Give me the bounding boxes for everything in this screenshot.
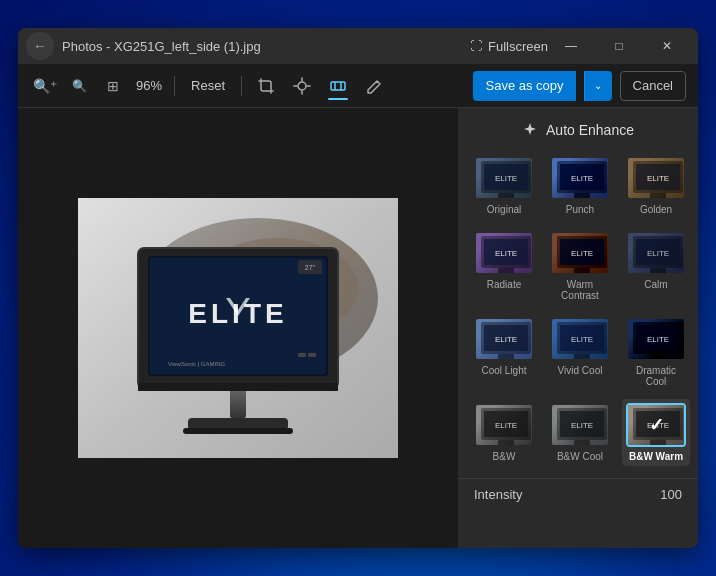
filter-label-cool-light: Cool Light xyxy=(481,365,526,376)
filter-label-golden: Golden xyxy=(640,204,672,215)
filter-label-original: Original xyxy=(487,204,521,215)
svg-text:ELITE: ELITE xyxy=(647,335,669,344)
filter-item-bw[interactable]: ELITE B&W xyxy=(470,399,538,466)
adjust-button[interactable] xyxy=(286,70,318,102)
close-button[interactable]: ✕ xyxy=(644,28,690,64)
svg-text:ELITE: ELITE xyxy=(495,174,517,183)
reset-button[interactable]: Reset xyxy=(183,74,233,97)
zoom-out-button[interactable]: 🔍 xyxy=(64,71,94,101)
maximize-icon: □ xyxy=(615,39,622,53)
zoom-out-icon: 🔍 xyxy=(72,79,87,93)
filter-item-vivid-cool[interactable]: ELITE Vivid Cool xyxy=(546,313,614,391)
filter-thumb-inner-vivid-cool: ELITE xyxy=(552,319,608,359)
toolbar-left: 🔍⁺ 🔍 ⊞ 96% Reset xyxy=(30,70,465,102)
svg-text:ViewSonic | GAMING: ViewSonic | GAMING xyxy=(168,361,225,367)
svg-rect-5 xyxy=(331,82,345,90)
back-button[interactable]: ← xyxy=(26,32,54,60)
content-area: ELITE ViewSonic | GAMING 27" xyxy=(18,108,698,548)
filter-item-warm-contrast[interactable]: ELITE Warm Contrast xyxy=(546,227,614,305)
toolbar-right: Save as copy ⌄ Cancel xyxy=(473,71,686,101)
filter-thumb-original: ELITE xyxy=(474,156,534,200)
filter-label-warm-contrast: Warm Contrast xyxy=(550,279,610,301)
back-icon: ← xyxy=(33,38,47,54)
save-copy-dropdown-button[interactable]: ⌄ xyxy=(584,71,612,101)
filters-grid: ELITE Original ELITE Punch ELITE Golden … xyxy=(458,148,698,478)
save-as-copy-button[interactable]: Save as copy xyxy=(473,71,575,101)
svg-text:27": 27" xyxy=(305,264,316,271)
svg-text:ELITE: ELITE xyxy=(495,421,517,430)
filter-label-bw: B&W xyxy=(493,451,516,462)
auto-enhance-icon xyxy=(522,122,538,138)
svg-text:ELITE: ELITE xyxy=(495,249,517,258)
svg-text:ELITE: ELITE xyxy=(571,174,593,183)
toolbar-divider-2 xyxy=(241,76,242,96)
filter-label-dramatic-cool: Dramatic Cool xyxy=(626,365,686,387)
filter-label-calm: Calm xyxy=(644,279,667,290)
svg-rect-56 xyxy=(574,354,590,360)
intensity-value: 100 xyxy=(660,487,682,502)
filter-check-icon: ✓ xyxy=(649,414,664,436)
svg-rect-48 xyxy=(650,268,666,274)
svg-rect-19 xyxy=(230,388,246,418)
cancel-button[interactable]: Cancel xyxy=(620,71,686,101)
intensity-row: Intensity 100 xyxy=(458,478,698,514)
svg-text:ELITE: ELITE xyxy=(495,335,517,344)
title-bar: ← Photos - XG251G_left_side (1).jpg ⛶ Fu… xyxy=(18,28,698,64)
filter-thumb-bw-warm: ELITE ✓ xyxy=(626,403,686,447)
filter-thumb-inner-punch: ELITE xyxy=(552,158,608,198)
minimize-button[interactable]: — xyxy=(548,28,594,64)
filter-thumb-inner-bw-cool: ELITE xyxy=(552,405,608,445)
svg-text:ELITE: ELITE xyxy=(571,249,593,258)
svg-rect-22 xyxy=(298,353,306,357)
svg-text:ELITE: ELITE xyxy=(647,249,669,258)
fit-window-button[interactable]: ⊞ xyxy=(98,71,128,101)
filter-item-radiate[interactable]: ELITE Radiate xyxy=(470,227,538,305)
draw-button[interactable] xyxy=(358,70,390,102)
filter-thumb-inner-bw: ELITE xyxy=(476,405,532,445)
filter-thumb-calm: ELITE xyxy=(626,231,686,275)
filter-item-dramatic-cool[interactable]: ELITE Dramatic Cool xyxy=(622,313,690,391)
filter-thumb-golden: ELITE xyxy=(626,156,686,200)
filter-item-golden[interactable]: ELITE Golden xyxy=(622,152,690,219)
filter-item-cool-light[interactable]: ELITE Cool Light xyxy=(470,313,538,391)
filter-item-bw-cool[interactable]: ELITE B&W Cool xyxy=(546,399,614,466)
svg-text:ELITE: ELITE xyxy=(571,421,593,430)
filter-thumb-inner-radiate: ELITE xyxy=(476,233,532,273)
fullscreen-label[interactable]: Fullscreen xyxy=(488,39,548,54)
filter-label-vivid-cool: Vivid Cool xyxy=(558,365,603,376)
filter-thumb-punch: ELITE xyxy=(550,156,610,200)
filter-button[interactable] xyxy=(322,70,354,102)
filter-thumb-vivid-cool: ELITE xyxy=(550,317,610,361)
svg-rect-32 xyxy=(574,193,590,199)
filter-thumb-inner-golden: ELITE xyxy=(628,158,684,198)
svg-rect-28 xyxy=(498,193,514,199)
filter-thumb-dramatic-cool: ELITE xyxy=(626,317,686,361)
close-icon: ✕ xyxy=(662,39,672,53)
filter-thumb-inner-cool-light: ELITE xyxy=(476,319,532,359)
svg-rect-40 xyxy=(498,268,514,274)
svg-rect-60 xyxy=(650,354,666,360)
filter-thumb-bw-cool: ELITE xyxy=(550,403,610,447)
svg-rect-21 xyxy=(183,428,293,434)
filter-thumb-inner-calm: ELITE xyxy=(628,233,684,273)
crop-button[interactable] xyxy=(250,70,282,102)
filter-item-bw-warm[interactable]: ELITE ✓B&W Warm xyxy=(622,399,690,466)
svg-rect-64 xyxy=(498,440,514,446)
filter-thumb-bw: ELITE xyxy=(474,403,534,447)
toolbar: 🔍⁺ 🔍 ⊞ 96% Reset xyxy=(18,64,698,108)
svg-rect-68 xyxy=(574,440,590,446)
minimize-icon: — xyxy=(565,39,577,53)
window-controls: — □ ✕ xyxy=(548,28,690,64)
filter-item-calm[interactable]: ELITE Calm xyxy=(622,227,690,305)
maximize-button[interactable]: □ xyxy=(596,28,642,64)
intensity-label: Intensity xyxy=(474,487,522,502)
svg-rect-23 xyxy=(308,353,316,357)
filter-item-punch[interactable]: ELITE Punch xyxy=(546,152,614,219)
filter-item-original[interactable]: ELITE Original xyxy=(470,152,538,219)
filter-thumb-warm-contrast: ELITE xyxy=(550,231,610,275)
chevron-down-icon: ⌄ xyxy=(594,80,602,91)
zoom-in-button[interactable]: 🔍⁺ xyxy=(30,71,60,101)
monitor-image: ELITE ViewSonic | GAMING 27" xyxy=(78,198,398,458)
svg-text:ELITE: ELITE xyxy=(647,174,669,183)
auto-enhance-label: Auto Enhance xyxy=(546,122,634,138)
